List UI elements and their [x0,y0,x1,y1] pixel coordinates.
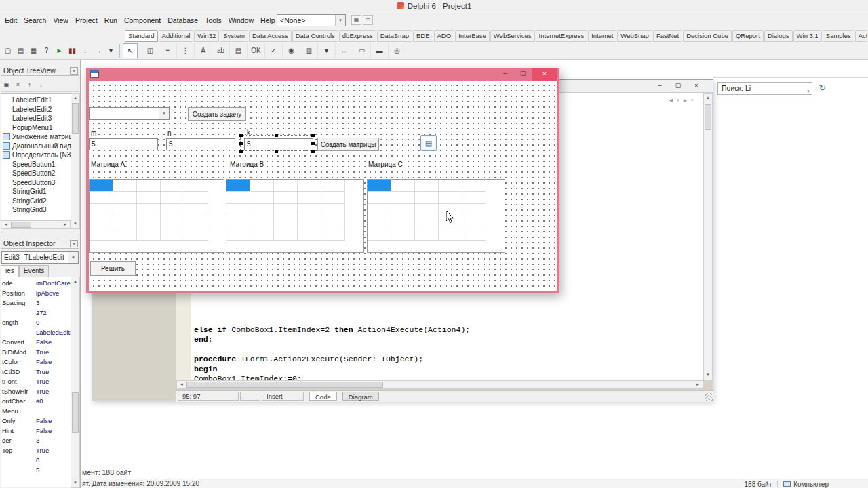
selection-arrow-tool[interactable]: ↖ [123,43,138,58]
grid-cell[interactable] [184,204,208,216]
grid-cell[interactable] [113,180,137,192]
mainmenu-icon[interactable]: ≡ [159,43,177,58]
grid-cell[interactable] [90,228,113,241]
tree-item[interactable]: PopupMenu1 [1,123,71,133]
grid-cell[interactable] [391,228,415,241]
tab-code[interactable]: Code [309,392,337,401]
radiobutton-icon[interactable]: ◉ [283,43,300,58]
scroll-up-icon[interactable]: ▲ [71,94,79,102]
selection-handle[interactable] [311,150,315,153]
search-input[interactable]: Поиск: Li ▼ [717,82,812,95]
grid-cell[interactable] [391,192,415,204]
palette-tab[interactable]: Samples [823,30,854,42]
move-down-icon[interactable]: ↓ [35,79,47,90]
solve-button[interactable]: Решить [90,261,136,276]
delete-item-icon[interactable]: × [12,79,24,90]
grid-cell[interactable] [161,228,184,241]
tab-properties[interactable]: ies [1,265,19,277]
grid-cell[interactable] [161,192,184,204]
object-treeview-header[interactable]: Object TreeView × [1,66,79,76]
selection-handle[interactable] [239,150,243,153]
grid-cell[interactable] [90,216,113,228]
palette-tab[interactable]: Win32 [194,30,219,42]
refresh-icon[interactable]: ↻ [816,83,828,94]
grid-cell[interactable] [226,192,250,204]
menu-item[interactable]: Tools [201,16,225,24]
selection-handle[interactable] [239,134,243,137]
grid-cell[interactable] [439,180,462,192]
grid-cell[interactable] [298,228,321,241]
resize-grip[interactable] [705,393,713,401]
grid-cell[interactable] [368,180,391,192]
grid-cell[interactable] [321,204,345,216]
grid-cell[interactable] [184,180,208,192]
property-row[interactable]: tColor False [1,357,71,367]
property-row[interactable]: Convert False [1,338,71,348]
grid-cell[interactable] [113,204,137,216]
grid-cell[interactable] [137,228,161,241]
menu-item[interactable]: Component [121,16,164,24]
chevron-down-icon[interactable]: ▼ [335,15,345,26]
window-titlebar[interactable]: Delphi 6 - Project1 [0,0,868,12]
palette-tab[interactable]: WebServices [490,30,535,42]
trace-into-icon[interactable]: ↓ [79,43,92,58]
property-row[interactable]: LabeledEdit3 [1,328,71,338]
scroll-right-icon[interactable]: ► [61,221,69,228]
object-inspector-header[interactable]: Object Inspector × [1,239,79,249]
save-desktop-button[interactable]: ▦ [351,15,361,25]
chevron-down-icon[interactable]: ▼ [676,98,680,102]
selection-handle[interactable] [239,142,243,145]
close-icon[interactable]: × [70,67,78,75]
property-row[interactable]: 5 [1,466,71,476]
tree-vertical-scrollbar[interactable]: ▲ ▼ [71,93,80,229]
combobox-icon[interactable]: ▾ [318,43,336,58]
step-over-icon[interactable]: → [92,43,104,58]
scroll-thumb[interactable] [72,392,79,433]
edit-n[interactable]: 5 [166,138,235,150]
panel-icon[interactable]: ▬ [371,43,389,58]
scroll-right-icon[interactable]: ► [694,381,702,388]
grid-cell[interactable] [137,180,161,192]
chevron-down-icon[interactable]: ▼ [159,108,169,119]
help-icon[interactable]: ? [40,43,53,58]
menu-item[interactable]: Database [164,16,201,24]
menu-item[interactable]: Project [72,16,101,24]
palette-tab[interactable]: Win 3.1 [793,30,822,42]
grid-cell[interactable] [226,180,250,192]
task-combobox[interactable]: ▼ [89,107,170,120]
palette-tab[interactable]: ADO [434,30,455,42]
grid-cell[interactable] [298,180,321,192]
memo-icon[interactable]: ▤ [230,43,248,58]
tab-events[interactable]: Events [19,265,50,277]
scroll-thumb[interactable] [11,222,31,228]
scroll-left-icon[interactable]: ◄ [178,381,186,388]
tree-item[interactable]: LabeledEdit2 [1,105,71,115]
grid-cell[interactable] [113,228,137,241]
groupbox-icon[interactable]: ▭ [353,43,371,58]
grid-cell[interactable] [274,228,298,241]
grid-cell[interactable] [161,180,184,192]
close-icon[interactable]: × [70,240,78,247]
close-icon[interactable]: × [532,68,557,81]
run-icon[interactable]: ► [53,43,66,58]
property-row[interactable]: Only False [1,416,71,426]
minimize-icon[interactable]: – [654,81,665,91]
grid-cell[interactable] [298,192,321,204]
menu-item[interactable]: Help [257,16,279,24]
grid-cell[interactable] [113,216,137,228]
tree-item[interactable]: SpeedButton2 [1,169,71,178]
grid-cell[interactable] [415,204,439,216]
grid-cell[interactable] [226,228,250,241]
grid-cell[interactable] [462,204,486,216]
new-icon[interactable]: ▢ [1,43,14,58]
tree-item[interactable]: Определитель (N3) [1,150,71,160]
property-row[interactable]: 0 [1,455,71,466]
edit-m[interactable]: 5 [89,138,158,150]
frames-icon[interactable]: ◫ [142,43,159,58]
property-row[interactable]: BiDiMod True [1,348,71,358]
grid-cell[interactable] [137,192,161,204]
grid-cell[interactable] [462,180,486,192]
new-item-icon[interactable]: ▣ [1,79,12,90]
tree-item[interactable]: StringGrid1 [1,187,71,197]
property-row[interactable]: tFont True [1,377,71,387]
